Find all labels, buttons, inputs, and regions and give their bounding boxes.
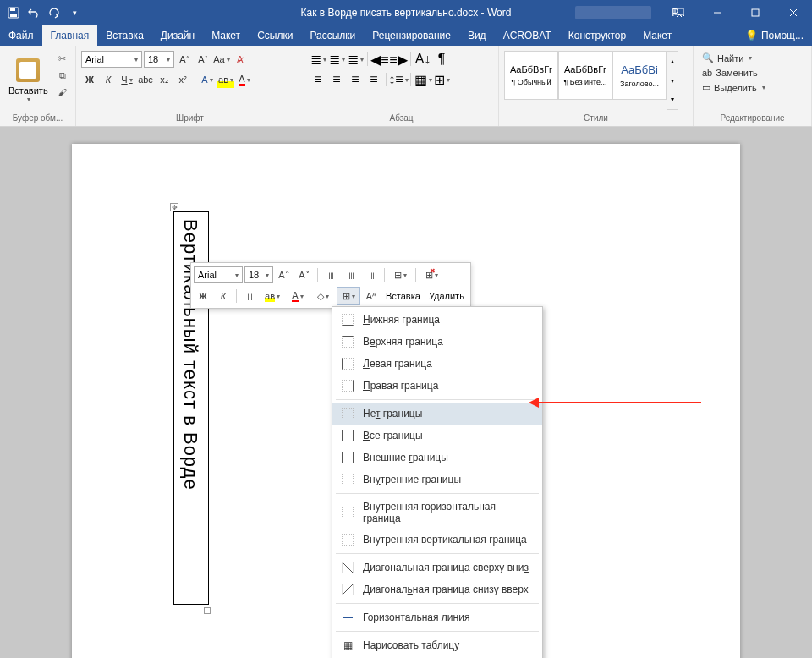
save-icon[interactable] <box>7 6 20 19</box>
mini-col1-icon[interactable]: ⫼ <box>321 266 340 284</box>
tab-review[interactable]: Рецензирование <box>364 25 459 46</box>
styles-up-icon[interactable]: ▴ <box>667 52 678 71</box>
select-button[interactable]: ▭Выделить▾ <box>699 80 806 95</box>
underline-button[interactable]: Ч▾ <box>118 71 135 88</box>
menu-border-bottom[interactable]: Нижняя граница <box>332 309 542 331</box>
tab-acrobat[interactable]: ACROBAT <box>495 25 560 46</box>
tab-references[interactable]: Ссылки <box>249 25 301 46</box>
font-name-combo[interactable]: Arial▾ <box>81 51 142 68</box>
increase-indent-icon[interactable]: ≡▶ <box>390 51 407 68</box>
mini-delete-table-icon[interactable]: ⊞✖▾ <box>420 266 443 284</box>
styles-more-icon[interactable]: ▾ <box>667 90 678 109</box>
close-icon[interactable] <box>774 0 812 25</box>
menu-border-outside[interactable]: Внешние границы <box>332 447 542 469</box>
mini-shading-icon[interactable]: ◇▾ <box>311 287 335 305</box>
tab-table-design[interactable]: Конструктор <box>560 25 634 46</box>
justify-icon[interactable]: ≡ <box>365 71 382 88</box>
sort-icon[interactable]: A↓ <box>414 51 431 68</box>
menu-border-inside[interactable]: Внутренние границы <box>332 469 542 491</box>
mini-italic-button[interactable]: К <box>214 287 233 305</box>
line-spacing-icon[interactable]: ↕≡▾ <box>390 71 407 88</box>
cut-icon[interactable]: ✂ <box>55 51 70 66</box>
menu-border-inside-v[interactable]: Внутренняя вертикальная граница <box>332 529 542 551</box>
mini-fontcolor-icon[interactable]: A▾ <box>286 287 310 305</box>
menu-border-right[interactable]: Правая граница <box>332 375 542 397</box>
redo-icon[interactable] <box>47 6 61 19</box>
tab-view[interactable]: Вид <box>459 25 495 46</box>
font-size-combo[interactable]: 18▾ <box>144 51 174 68</box>
tab-home[interactable]: Главная <box>42 25 98 46</box>
tab-insert[interactable]: Вставка <box>97 25 152 46</box>
mini-size-combo[interactable]: 18▾ <box>244 266 273 283</box>
minimize-icon[interactable] <box>698 0 736 25</box>
highlight-icon[interactable]: aʙ▾ <box>217 71 234 88</box>
subscript-button[interactable]: x₂ <box>156 71 173 88</box>
clear-format-icon[interactable]: A̷ <box>232 51 249 68</box>
mini-table-icon[interactable]: ⊞▾ <box>388 266 412 284</box>
mini-grow-icon[interactable]: A˄ <box>275 266 294 284</box>
tab-table-layout[interactable]: Макет <box>634 25 680 46</box>
table-resize-handle-icon[interactable] <box>204 607 211 614</box>
tab-file[interactable]: Файл <box>0 25 42 46</box>
styles-scroll[interactable]: ▴ ▾ ▾ <box>667 51 678 110</box>
menu-border-inside-h[interactable]: Внутренняя горизонтальная граница <box>332 496 542 529</box>
mini-shrink-icon[interactable]: A˅ <box>295 266 314 284</box>
mini-insert-button[interactable]: Вставка <box>382 287 424 305</box>
mini-styles-icon[interactable]: Aᴬ <box>362 287 381 305</box>
menu-border-left[interactable]: Левая граница <box>332 353 542 375</box>
replace-button[interactable]: abЗаменить <box>699 66 806 80</box>
undo-icon[interactable] <box>27 6 41 19</box>
format-painter-icon[interactable]: 🖌 <box>55 85 70 100</box>
menu-border-diag-up[interactable]: Диагональная граница снизу вверх <box>332 578 542 600</box>
mini-font-combo[interactable]: Arial▾ <box>194 266 243 283</box>
mini-bold-button[interactable]: Ж <box>194 287 212 305</box>
style-heading1[interactable]: АаБбВі Заголово... <box>612 51 667 100</box>
font-color-icon[interactable]: A▾ <box>236 71 253 88</box>
find-button[interactable]: 🔍Найти▾ <box>699 51 806 65</box>
menu-border-none[interactable]: Нет границы <box>332 403 542 425</box>
bold-button[interactable]: Ж <box>81 71 98 88</box>
tab-design[interactable]: Дизайн <box>152 25 203 46</box>
mini-delete-button[interactable]: Удалить <box>425 287 468 305</box>
styles-down-icon[interactable]: ▾ <box>667 71 678 90</box>
show-marks-icon[interactable]: ¶ <box>433 51 450 68</box>
borders-icon[interactable]: ⊞▾ <box>433 71 450 88</box>
align-center-icon[interactable]: ≡ <box>328 71 345 88</box>
italic-button[interactable]: К <box>100 71 117 88</box>
align-right-icon[interactable]: ≡ <box>347 71 364 88</box>
change-case-icon[interactable]: Aa▾ <box>213 51 230 68</box>
menu-border-diag-down[interactable]: Диагональная граница сверху вниз <box>332 557 542 578</box>
menu-border-top[interactable]: Верхняя граница <box>332 331 542 353</box>
mini-col3-icon[interactable]: ⫼ <box>362 266 381 284</box>
shrink-font-icon[interactable]: A˅ <box>195 51 211 68</box>
bullets-icon[interactable]: ≣▾ <box>310 51 326 68</box>
decrease-indent-icon[interactable]: ◀≡ <box>371 51 388 68</box>
superscript-button[interactable]: x² <box>174 71 191 88</box>
menu-border-all[interactable]: Все границы <box>332 425 542 447</box>
style-no-spacing[interactable]: АаБбВвГг ¶ Без инте... <box>558 51 612 100</box>
menu-draw-table[interactable]: ▦Нарисовать таблицу <box>332 634 542 656</box>
multilevel-icon[interactable]: ≣▾ <box>347 51 364 68</box>
paste-button[interactable]: Вставить ▾ <box>3 47 53 113</box>
style-normal[interactable]: АаБбВвГг ¶ Обычный <box>504 51 558 100</box>
table-move-handle-icon[interactable]: ✥ <box>170 203 178 211</box>
mini-col2-icon[interactable]: ⫼ <box>342 266 360 284</box>
strike-button[interactable]: abc <box>137 71 154 88</box>
account-label[interactable]: Р... <box>672 7 685 19</box>
tab-layout[interactable]: Макет <box>203 25 249 46</box>
mini-highlight-icon[interactable]: aʙ▾ <box>261 287 284 305</box>
text-effects-icon[interactable]: A▾ <box>199 71 216 88</box>
shading-icon[interactable]: ▦▾ <box>414 71 431 88</box>
mini-align-icon[interactable]: ⫼ <box>240 287 259 305</box>
copy-icon[interactable]: ⧉ <box>55 68 70 83</box>
align-left-icon[interactable]: ≡ <box>310 71 326 88</box>
tab-mailings[interactable]: Рассылки <box>301 25 364 46</box>
grow-font-icon[interactable]: A˄ <box>176 51 193 68</box>
numbering-icon[interactable]: ≣▾ <box>328 51 345 68</box>
maximize-icon[interactable] <box>736 0 774 25</box>
menu-horizontal-line[interactable]: Горизонтальная линия <box>332 606 542 628</box>
mini-borders-button[interactable]: ⊞▾ <box>337 287 360 305</box>
tell-me[interactable]: 💡 Помощ... <box>737 25 812 46</box>
page[interactable]: ✥ Вертикальный текст в Ворде Arial▾ 18▾ … <box>72 144 740 658</box>
qat-customize-icon[interactable]: ▾ <box>68 6 81 19</box>
